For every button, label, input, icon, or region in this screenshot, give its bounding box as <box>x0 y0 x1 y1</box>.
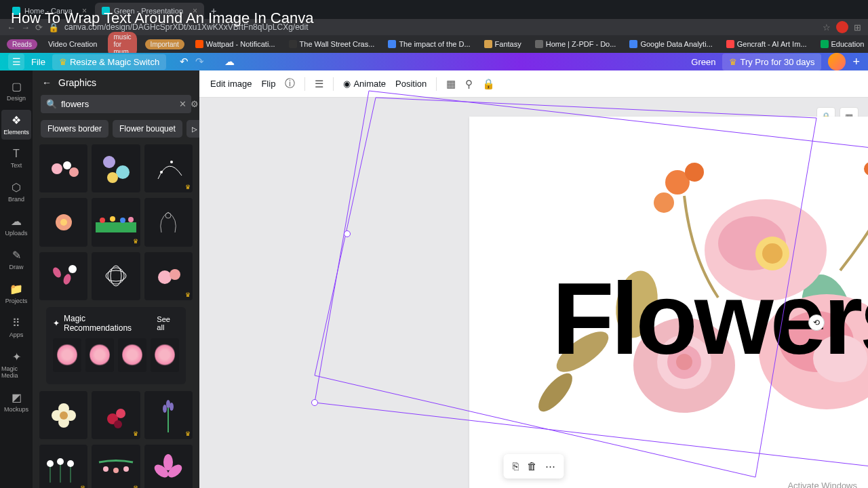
bookmark[interactable]: Important <box>145 39 184 49</box>
rail-magic-media[interactable]: ✦Magic Media <box>1 346 31 383</box>
canva-app: ☰ File ♛Resize & Magic Switch ↶ ↷ ☁ Gree… <box>0 53 868 488</box>
graphic-tile[interactable] <box>92 252 140 300</box>
hamburger-icon[interactable]: ☰ <box>8 54 24 70</box>
resize-magic-button[interactable]: ♛Resize & Magic Switch <box>52 54 166 70</box>
bookmark[interactable]: The impact of the D... <box>385 39 473 49</box>
chip-flower-bouquet[interactable]: Flower bouquet <box>113 120 182 138</box>
duplicate-icon[interactable]: ⎘ <box>511 458 521 474</box>
filter-icon[interactable]: ⚙ <box>191 99 199 109</box>
search-box[interactable]: 🔍 ✕ ⚙ <box>41 95 191 113</box>
graphic-tile[interactable] <box>85 338 114 372</box>
graphic-tile[interactable] <box>144 445 193 488</box>
undo-icon[interactable]: ↶ <box>180 56 189 68</box>
bookmark[interactable]: Education <box>818 39 867 49</box>
copy-style-icon[interactable]: ⚲ <box>465 78 473 90</box>
svg-point-28 <box>60 411 68 420</box>
results-grid[interactable]: ♛ ♛ ♛ ✦Magic RecommendationsSee all <box>33 144 199 488</box>
extension-icon[interactable] <box>836 21 848 33</box>
rail-design[interactable]: ▢Design <box>1 76 31 106</box>
rail-draw[interactable]: ✎Draw <box>1 245 31 274</box>
pro-badge: ♛ <box>133 238 138 245</box>
flower-thumb <box>90 343 109 367</box>
rail-text[interactable]: TText <box>1 144 31 173</box>
filter-chips: Flowers border Flower bouquet ▷ <box>33 120 199 144</box>
pro-badge: ♛ <box>133 485 138 488</box>
rail-uploads[interactable]: ☁Uploads <box>1 211 31 241</box>
rail-apps[interactable]: ⠿Apps <box>1 312 31 342</box>
panel-title: Graphics <box>58 77 96 88</box>
canvas-stage[interactable]: 🔒 ▦ <box>199 98 868 488</box>
svg-point-53 <box>865 392 868 462</box>
brand-icon: ⬡ <box>12 181 21 194</box>
user-avatar[interactable] <box>828 53 846 70</box>
star-icon[interactable]: ☆ <box>823 22 831 33</box>
svg-point-17 <box>62 273 72 285</box>
bookmark[interactable]: Fantasy <box>481 39 524 49</box>
chip-flowers-border[interactable]: Flowers border <box>41 120 108 138</box>
rotate-handle[interactable]: ⟲ <box>808 314 825 331</box>
resize-handle[interactable] <box>344 230 351 237</box>
flower-thumb <box>47 259 81 293</box>
redo-icon[interactable]: ↷ <box>195 56 204 68</box>
more-icon[interactable]: ⋯ <box>543 458 557 474</box>
graphic-tile[interactable] <box>39 252 87 300</box>
back-icon[interactable]: ← <box>42 77 52 88</box>
graphic-tile[interactable]: ♛ <box>144 391 193 439</box>
extensions-icon[interactable]: ⊞ <box>854 22 861 33</box>
graphic-tile[interactable] <box>144 198 193 246</box>
graphic-tile[interactable]: ♛ <box>92 198 140 246</box>
rail-projects[interactable]: 📁Projects <box>1 279 31 308</box>
clear-icon[interactable]: ✕ <box>179 99 186 109</box>
list-icon[interactable]: ☰ <box>315 78 323 90</box>
flower-thumb <box>155 399 182 432</box>
graphic-tile[interactable] <box>39 391 87 439</box>
flip-button[interactable]: Flip <box>261 79 275 89</box>
see-all-link[interactable]: See all <box>157 315 179 331</box>
transparency-icon[interactable]: ▦ <box>446 78 456 90</box>
rail-elements[interactable]: ❖Elements <box>1 110 31 140</box>
graphic-tile[interactable]: ♛ <box>39 445 87 488</box>
bookmark[interactable]: Google Data Analyti... <box>627 39 715 49</box>
resize-handle[interactable] <box>311 399 318 406</box>
cloud-sync-icon[interactable]: ☁ <box>224 56 235 68</box>
position-button[interactable]: Position <box>395 79 427 89</box>
bookmark[interactable]: Reads <box>7 39 37 49</box>
graphic-tile[interactable]: ♛ <box>144 252 193 300</box>
rail-mockups[interactable]: ◩Mockups <box>1 387 31 417</box>
bookmark[interactable]: Wattpad - Notificati... <box>193 39 278 49</box>
graphic-tile[interactable]: ♛ <box>92 445 140 488</box>
graphic-tile[interactable] <box>92 144 140 192</box>
delete-icon[interactable]: 🗑 <box>525 458 539 474</box>
graphic-tile[interactable] <box>39 144 87 192</box>
try-pro-button[interactable]: ♛Try Pro for 30 days <box>722 54 821 70</box>
bookmark[interactable]: The Wall Street Cras... <box>286 39 378 49</box>
add-user-icon[interactable]: + <box>852 55 860 69</box>
flower-thumb <box>47 155 81 182</box>
bookmark[interactable]: Gencraft - AI Art Im... <box>724 39 810 49</box>
graphic-tile[interactable] <box>151 338 179 372</box>
file-menu[interactable]: File <box>31 57 45 67</box>
left-rail: ▢Design ❖Elements TText ⬡Brand ☁Uploads … <box>0 70 33 488</box>
graphic-tile[interactable] <box>53 338 81 372</box>
search-input[interactable] <box>61 99 175 109</box>
graphic-tile[interactable]: ♛ <box>144 144 193 192</box>
info-icon[interactable]: ⓘ <box>285 77 295 90</box>
svg-point-13 <box>120 218 125 223</box>
tutorial-title-overlay: How To Wrap Text Around An Image In Canv… <box>11 9 313 27</box>
animate-button[interactable]: ◉Animate <box>343 79 386 89</box>
document-name[interactable]: Green <box>691 57 715 67</box>
pro-badge: ♛ <box>80 485 85 488</box>
flower-thumb <box>99 399 133 432</box>
bookmark[interactable]: Home | Z-PDF - Do... <box>532 39 619 49</box>
graphic-tile[interactable] <box>39 198 87 246</box>
edit-image-button[interactable]: Edit image <box>210 79 252 89</box>
rail-brand[interactable]: ⬡Brand <box>1 177 31 207</box>
lock-icon[interactable]: 🔒 <box>482 78 495 90</box>
activate-windows-watermark: Activate Windows <box>787 481 857 488</box>
flower-thumb <box>43 455 84 483</box>
magic-icon: ✦ <box>12 350 21 363</box>
graphic-tile[interactable] <box>118 338 146 372</box>
graphic-tile[interactable]: ♛ <box>92 391 140 439</box>
svg-point-21 <box>104 264 127 287</box>
bookmark[interactable]: Video Creation <box>45 39 100 49</box>
